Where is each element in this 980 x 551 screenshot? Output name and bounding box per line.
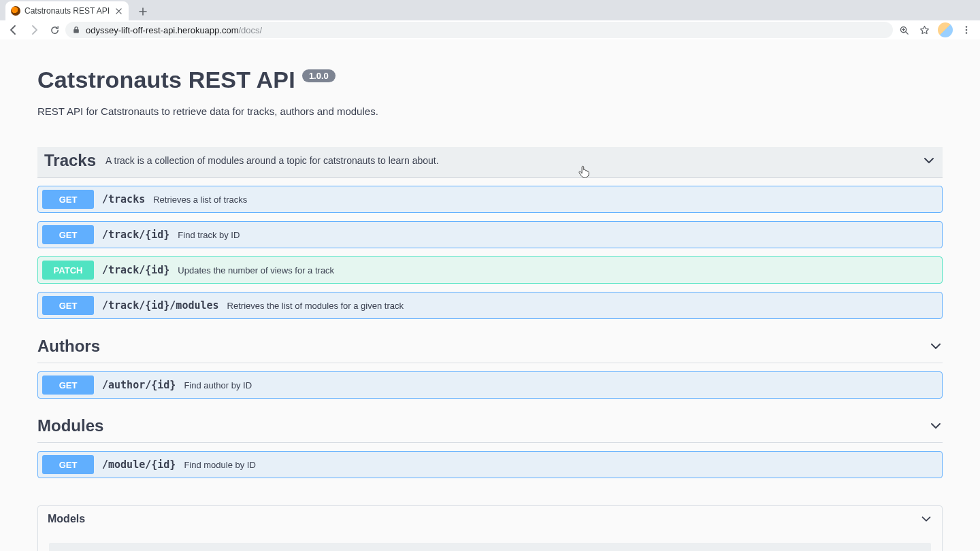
http-method-badge: GET <box>42 190 94 209</box>
reload-button[interactable] <box>45 20 64 39</box>
profile-avatar[interactable] <box>938 22 953 37</box>
section-name: Authors <box>37 337 100 356</box>
section-name: Modules <box>37 416 103 435</box>
section-description: A track is a collection of modules aroun… <box>105 155 439 166</box>
endpoint-path: /track/{id}/modules <box>102 299 219 312</box>
browser-toolbar: odyssey-lift-off-rest-api.herokuapp.com/… <box>0 20 980 39</box>
section-tracks: TracksA track is a collection of modules… <box>37 147 943 319</box>
chevron-down-icon <box>920 513 932 525</box>
api-title-row: Catstronauts REST API 1.0.0 <box>37 67 943 93</box>
section-header[interactable]: Authors <box>37 333 943 363</box>
http-method-badge: GET <box>42 296 94 315</box>
endpoint-path: /module/{id} <box>102 458 176 471</box>
new-tab-button[interactable] <box>134 3 152 20</box>
models-header[interactable]: Models <box>38 506 942 532</box>
operation-row[interactable]: GET/track/{id}/modulesRetrieves the list… <box>37 292 943 319</box>
browser-chrome: Catstronauts REST API odyssey-lift-off-r… <box>0 0 980 39</box>
zoom-icon[interactable] <box>894 20 913 39</box>
bookmark-icon[interactable] <box>915 20 934 39</box>
endpoint-summary: Retrieves the list of modules for a give… <box>227 301 404 311</box>
forward-button[interactable] <box>24 20 44 39</box>
endpoint-path: /author/{id} <box>102 379 176 391</box>
operation-row[interactable]: GET/module/{id}Find module by ID <box>37 451 943 478</box>
section-authors: AuthorsGET/author/{id}Find author by ID <box>37 333 943 399</box>
model-card-placeholder <box>49 543 931 551</box>
url-host: odyssey-lift-off-rest-api.herokuapp.com <box>86 25 238 35</box>
operations-list: GET/module/{id}Find module by ID <box>37 451 943 478</box>
svg-rect-0 <box>74 29 79 33</box>
url-path: /docs/ <box>238 25 262 35</box>
models-title: Models <box>48 513 85 525</box>
endpoint-path: /track/{id} <box>102 229 169 241</box>
api-title: Catstronauts REST API <box>37 67 295 93</box>
endpoint-summary: Updates the number of views for a track <box>178 265 334 276</box>
endpoint-summary: Find track by ID <box>178 230 240 240</box>
address-bar[interactable]: odyssey-lift-off-rest-api.herokuapp.com/… <box>65 22 893 38</box>
section-header[interactable]: Modules <box>37 412 943 443</box>
lock-icon <box>72 26 80 34</box>
svg-point-3 <box>966 29 968 31</box>
endpoint-summary: Find author by ID <box>184 380 252 390</box>
endpoint-path: /track/{id} <box>102 264 169 276</box>
endpoint-path: /tracks <box>102 193 145 205</box>
models-panel: Models <box>37 505 943 551</box>
operations-list: GET/author/{id}Find author by ID <box>37 371 943 399</box>
section-header[interactable]: TracksA track is a collection of modules… <box>37 147 943 178</box>
http-method-badge: GET <box>42 375 94 395</box>
operation-row[interactable]: PATCH/track/{id}Updates the number of vi… <box>37 256 943 284</box>
tab-favicon <box>11 6 20 16</box>
chevron-down-icon <box>929 339 943 353</box>
endpoint-summary: Find module by ID <box>184 460 256 470</box>
http-method-badge: GET <box>42 225 94 244</box>
chevron-down-icon <box>922 154 936 167</box>
tab-title: Catstronauts REST API <box>24 6 110 16</box>
http-method-badge: PATCH <box>42 261 94 280</box>
back-button[interactable] <box>4 20 23 39</box>
section-name: Tracks <box>44 151 96 170</box>
version-badge: 1.0.0 <box>302 69 336 82</box>
tab-strip: Catstronauts REST API <box>0 0 980 20</box>
kebab-menu-icon[interactable] <box>957 20 976 39</box>
models-body <box>38 532 942 551</box>
svg-point-2 <box>966 26 968 28</box>
svg-point-4 <box>966 32 968 34</box>
page-content: Catstronauts REST API 1.0.0 REST API for… <box>0 39 980 551</box>
http-method-badge: GET <box>42 455 94 474</box>
operations-list: GET/tracksRetrieves a list of tracksGET/… <box>37 186 943 319</box>
section-modules: ModulesGET/module/{id}Find module by ID <box>37 412 943 478</box>
url-text: odyssey-lift-off-rest-api.herokuapp.com/… <box>86 25 262 35</box>
operation-row[interactable]: GET/tracksRetrieves a list of tracks <box>37 186 943 213</box>
browser-tab[interactable]: Catstronauts REST API <box>5 1 129 20</box>
api-description: REST API for Catstronauts to retrieve da… <box>37 105 943 117</box>
operation-row[interactable]: GET/track/{id}Find track by ID <box>37 221 943 248</box>
close-tab-icon[interactable] <box>114 6 123 16</box>
chevron-down-icon <box>929 419 943 433</box>
operation-row[interactable]: GET/author/{id}Find author by ID <box>37 371 943 399</box>
endpoint-summary: Retrieves a list of tracks <box>153 195 247 205</box>
